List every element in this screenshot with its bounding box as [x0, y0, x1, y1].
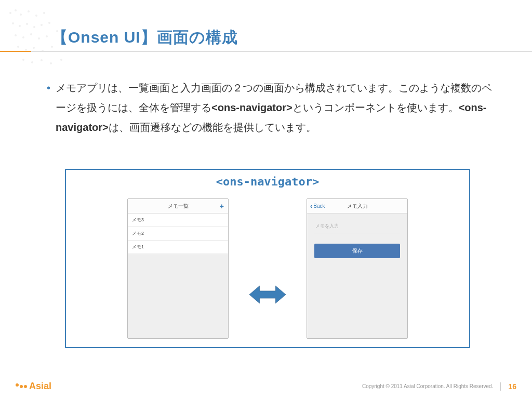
body-text: • メモアプリは、一覧画面と入力画面の２つの画面から構成されています。このような… — [47, 78, 501, 137]
svg-point-1 — [15, 9, 17, 11]
svg-point-18 — [17, 46, 19, 48]
svg-point-6 — [12, 22, 14, 24]
svg-point-24 — [22, 59, 24, 61]
phone-input-screen: ‹ Back メモ入力 メモを入力 保存 — [307, 198, 408, 339]
svg-point-12 — [15, 34, 17, 36]
svg-marker-29 — [249, 286, 286, 303]
title-rule — [0, 51, 532, 52]
page-number: 16 — [508, 382, 516, 391]
memo-input[interactable]: メモを入力 — [314, 221, 400, 233]
tag-ref-1: <ons-navigator> — [211, 102, 292, 113]
title-wrap: 【Onsen UI】画面の構成 — [52, 27, 511, 48]
svg-point-9 — [33, 26, 35, 28]
svg-point-8 — [26, 23, 28, 25]
svg-point-7 — [19, 25, 21, 27]
svg-point-16 — [46, 35, 48, 37]
slide: 【Onsen UI】画面の構成 • メモアプリは、一覧画面と入力画面の２つの画面… — [0, 0, 532, 399]
copyright: Copyright © 2011 Asial Corporation. All … — [362, 383, 494, 389]
svg-point-27 — [50, 62, 52, 64]
logo-dots-icon — [16, 385, 27, 388]
navigator-label: <ons-navigator> — [66, 175, 469, 188]
svg-point-11 — [48, 22, 50, 24]
asial-logo: Asial — [16, 381, 51, 392]
bullet-icon: • — [47, 78, 50, 137]
svg-point-5 — [43, 12, 45, 14]
footer-right: Copyright © 2011 Asial Corporation. All … — [362, 382, 516, 391]
para-post: は、画面遷移などの機能を提供しています。 — [109, 122, 316, 133]
svg-point-20 — [33, 47, 35, 49]
input-area: メモを入力 — [307, 214, 407, 233]
input-title: メモ入力 — [347, 203, 368, 210]
paragraph: メモアプリは、一覧画面と入力画面の２つの画面から構成されています。このような複数… — [56, 78, 501, 137]
svg-point-3 — [28, 10, 30, 12]
phone-list-screen: メモ一覧 + メモ3 メモ2 メモ1 — [127, 198, 229, 339]
svg-point-4 — [35, 15, 37, 17]
svg-point-10 — [41, 24, 43, 26]
svg-point-15 — [38, 37, 40, 39]
chevron-left-icon: ‹ — [310, 202, 312, 210]
svg-point-13 — [22, 36, 24, 38]
list-item[interactable]: メモ1 — [128, 241, 228, 254]
double-arrow-icon — [249, 284, 286, 305]
logo-text: Asial — [29, 381, 51, 392]
footer-divider — [500, 382, 501, 391]
list-topbar: メモ一覧 + — [128, 199, 228, 214]
input-topbar: ‹ Back メモ入力 — [307, 199, 407, 214]
svg-point-14 — [30, 33, 32, 35]
para-mid: というコンポーネントを使います。 — [292, 102, 459, 113]
svg-point-0 — [9, 12, 11, 14]
footer: Asial Copyright © 2011 Asial Corporation… — [0, 381, 532, 392]
back-label: Back — [313, 203, 325, 209]
svg-point-26 — [41, 59, 43, 61]
svg-point-28 — [60, 59, 62, 61]
slide-title: 【Onsen UI】画面の構成 — [52, 27, 511, 48]
save-button[interactable]: 保存 — [314, 244, 400, 258]
back-button[interactable]: ‹ Back — [310, 202, 325, 210]
svg-point-2 — [20, 14, 22, 16]
svg-point-25 — [31, 61, 33, 63]
plus-icon[interactable]: + — [220, 202, 224, 210]
list-item[interactable]: メモ2 — [128, 227, 228, 241]
memo-list: メモ3 メモ2 メモ1 — [128, 214, 228, 254]
list-item[interactable]: メモ3 — [128, 214, 228, 227]
list-title: メモ一覧 — [168, 203, 189, 210]
phones-row: メモ一覧 + メモ3 メモ2 メモ1 ‹ — [66, 198, 469, 339]
navigator-box: <ons-navigator> メモ一覧 + メモ3 メモ2 メモ1 — [65, 169, 470, 348]
